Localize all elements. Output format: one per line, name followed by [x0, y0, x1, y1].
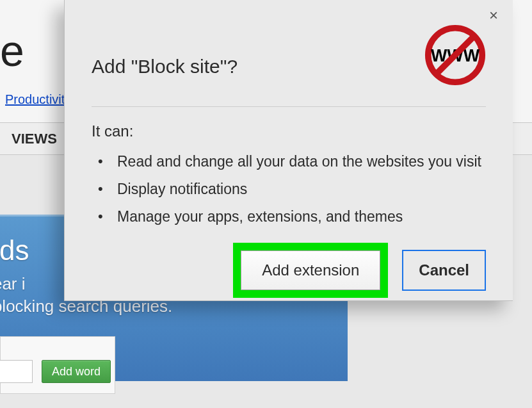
input-section: Add word	[0, 336, 115, 394]
permission-item: Display notifications	[117, 175, 486, 203]
permission-item: Read and change all your data on the web…	[117, 148, 486, 175]
cancel-button[interactable]: Cancel	[402, 250, 486, 291]
permissions-list: Read and change all your data on the web…	[65, 140, 513, 231]
dialog-buttons: Add extension Cancel	[233, 243, 486, 298]
dialog-title: Add "Block site"?	[92, 56, 238, 78]
permission-item: Manage your apps, extensions, and themes	[117, 203, 486, 231]
tab-views[interactable]: VIEWS	[0, 123, 69, 154]
close-button[interactable]: ×	[486, 8, 501, 23]
extension-icon: WWW	[424, 24, 486, 86]
extension-name-partial: e	[0, 26, 24, 76]
it-can-label: It can:	[65, 107, 513, 140]
promo-title-partial: ords	[0, 234, 29, 266]
promo-text-partial-1: ppear i	[0, 274, 26, 294]
add-extension-button[interactable]: Add extension	[241, 250, 380, 290]
productivity-link[interactable]: Productivity	[5, 92, 71, 107]
word-input[interactable]	[0, 360, 33, 383]
add-extension-dialog: × Add "Block site"? WWW It can: Read and…	[64, 0, 513, 301]
add-word-button[interactable]: Add word	[42, 360, 111, 383]
add-button-highlight: Add extension	[233, 243, 388, 298]
